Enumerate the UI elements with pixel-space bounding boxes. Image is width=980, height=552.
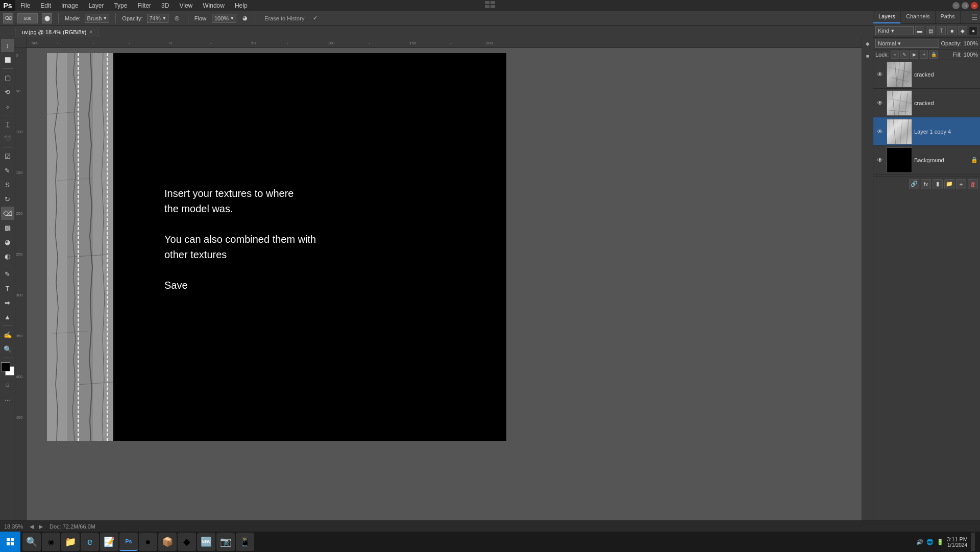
dodge-tool[interactable]: ◐ [1,249,14,263]
menu-file[interactable]: File [15,0,35,11]
link-layers-btn[interactable]: 🔗 [909,179,919,189]
lock-artboard-icon[interactable]: ▶ [910,51,918,59]
lock-transparent-icon[interactable]: ▫ [891,51,899,59]
canvas-tab[interactable]: uv.jpg @ 18.4% (RGB/8#) × [15,27,99,37]
panel-menu-icon[interactable]: ☰ [969,11,980,23]
taskbar-item-9[interactable]: 🆕 [197,533,215,551]
blend-mode-dropdown[interactable]: Normal ▾ [875,39,939,48]
extra-tool[interactable]: ··· [1,393,14,406]
clone-stamp-tool[interactable]: S [1,178,14,191]
crop-tool[interactable]: ⌶ [1,117,14,131]
layer-item-background[interactable]: 👁 Background 🔒 [873,146,980,174]
foreground-color-swatch[interactable] [1,362,10,371]
screen-mode-btn[interactable]: □ [1,379,14,392]
pen-tool[interactable]: ✎ [1,267,14,281]
layer-item-layer1copy[interactable]: 👁 Layer 1 copy 4 [873,117,980,146]
taskbar-notepad[interactable]: 📝 [100,533,118,551]
layer-visibility-cracked1[interactable]: 👁 [875,70,885,79]
menu-image[interactable]: Image [56,0,83,11]
taskbar-volume-icon[interactable]: 🔊 [916,539,923,545]
filter-pixel-icon[interactable]: ▬ [915,26,924,35]
taskbar-clock[interactable]: 3:11 PM 1/1/2024 [947,536,968,548]
brush-shape-icon[interactable]: ⬤ [42,13,52,23]
status-prev-btn[interactable]: ◄ [28,522,35,531]
menu-help[interactable]: Help [230,0,253,11]
shape-tool[interactable]: ▲ [1,310,14,323]
filter-toggle[interactable]: ● [969,26,978,35]
opacity-dropdown[interactable]: 74% ▾ [147,14,168,23]
menu-view[interactable]: View [174,0,198,11]
filter-kind-dropdown[interactable]: Kind ▾ [875,26,914,35]
lock-all-icon[interactable]: 🔒 [929,51,938,59]
filter-type-icon[interactable]: T [937,26,946,35]
path-select-tool[interactable]: ➡ [1,296,14,309]
lock-image-icon[interactable]: ✎ [900,51,909,59]
maximize-button[interactable]: □ [962,2,969,9]
marquee-tool[interactable]: ▢ [1,71,14,84]
layer-visibility-cracked2[interactable]: 👁 [875,98,885,108]
taskbar-explorer[interactable]: 📁 [61,533,80,551]
eraser-tool-left[interactable]: ⌫ [1,207,14,220]
taskbar-edge[interactable]: e [81,533,99,551]
eyedropper-tool[interactable]: 🖤 [1,132,14,145]
add-mask-btn[interactable]: ▮ [933,179,943,189]
gradient-tool[interactable]: ▩ [1,221,14,234]
mode-dropdown[interactable]: Brush ▾ [85,14,110,23]
layer-item-cracked2[interactable]: 👁 cracked [873,89,980,117]
canvas-viewport[interactable]: Insert your textures to where the model … [27,48,862,537]
status-next-btn[interactable]: ► [37,522,44,531]
menu-type[interactable]: Type [109,0,132,11]
filter-adjust-icon[interactable]: ▤ [926,26,935,35]
taskbar-item-11[interactable]: 📱 [236,533,254,551]
menu-edit[interactable]: Edit [35,0,56,11]
start-button[interactable] [0,532,20,552]
tab-close-icon[interactable]: × [90,29,93,35]
flow-dropdown[interactable]: 100% ▾ [212,14,236,23]
close-button[interactable]: × [971,2,978,9]
menu-3d[interactable]: 3D [156,0,174,11]
taskbar-chrome[interactable]: ● [139,533,157,551]
blur-tool[interactable]: ◕ [1,235,14,248]
type-tool[interactable]: T [1,282,14,295]
filter-shape-icon[interactable]: ■ [947,26,957,35]
new-layer-btn[interactable]: + [956,179,966,189]
taskbar-network-icon[interactable]: 🌐 [926,539,934,545]
hand-tool[interactable]: ✍ [1,328,14,341]
zoom-tool[interactable]: 🔍 [1,342,14,356]
ps-panel-icon-4[interactable]: ■ [863,51,872,60]
ps-panel-icon-3[interactable]: ◆ [863,39,872,48]
layers-tab[interactable]: Layers [873,11,901,23]
history-brush-tool[interactable]: ↻ [1,192,14,206]
show-desktop-btn[interactable] [971,533,975,551]
taskbar-photoshop[interactable]: Ps [119,533,138,551]
layer-visibility-background[interactable]: 👁 [875,156,885,165]
taskbar-battery-icon[interactable]: 🔋 [937,539,944,545]
channels-tab[interactable]: Channels [901,11,935,23]
taskbar-cortana[interactable]: ◉ [42,533,60,551]
lock-position-icon[interactable]: + [920,51,928,59]
delete-layer-btn[interactable]: 🗑 [968,179,978,189]
spot-healing-tool[interactable]: ☑ [1,149,14,163]
filter-smart-icon[interactable]: ◆ [958,26,967,35]
layer-item-cracked1[interactable]: 👁 cracked [873,60,980,89]
menu-window[interactable]: Window [198,0,230,11]
menu-filter[interactable]: Filter [132,0,156,11]
artboard-tool[interactable]: ⬜ [1,53,14,66]
taskbar-file-mgr[interactable]: 📦 [158,533,177,551]
lasso-tool[interactable]: ⟲ [1,85,14,98]
move-tool[interactable]: ↕ [1,39,14,52]
taskbar-search[interactable]: 🔍 [22,533,41,551]
brush-options-icon[interactable]: 500 [17,13,38,23]
erase-toggle-icon[interactable]: ✓ [310,14,320,23]
layer-visibility-layer1copy[interactable]: 👁 [875,127,885,136]
brush-tool[interactable]: ✎ [1,164,14,177]
paths-tab[interactable]: Paths [936,11,961,23]
add-style-btn[interactable]: fx [921,179,931,189]
color-swatches[interactable] [1,362,14,375]
eraser-tool-icon[interactable]: ⌫ [3,13,13,23]
minimize-button[interactable]: − [952,2,960,9]
quick-select-tool[interactable]: ⬦ [1,99,14,113]
taskbar-item-10[interactable]: 📷 [216,533,235,551]
new-group-btn[interactable]: 📁 [944,179,954,189]
menu-layer[interactable]: Layer [83,0,109,11]
